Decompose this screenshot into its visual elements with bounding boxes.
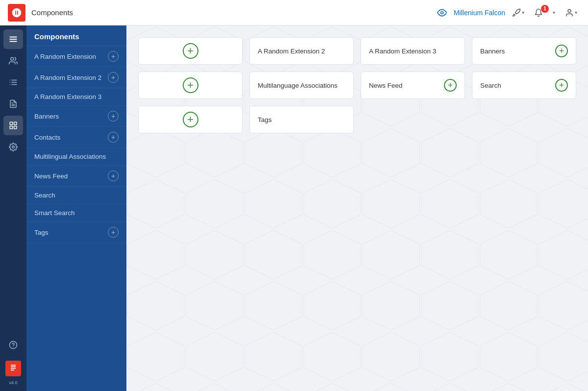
topbar: Components Millenium Falcon ▾ 1 (0, 0, 588, 25)
nav-plus-icon-banners[interactable]: + (108, 111, 119, 122)
card-newsfeed[interactable]: News Feed + (361, 72, 465, 99)
sidebar-item-users[interactable] (3, 51, 23, 71)
notifications-button[interactable]: 1 ▾ (531, 6, 558, 19)
card-multilingual-2[interactable]: Multilanguage Associations (249, 72, 354, 99)
nav-item-banners[interactable]: Banners + (26, 106, 126, 127)
card-label-tags-2: Tags (258, 116, 272, 123)
card-add-icon-search[interactable]: + (555, 79, 568, 92)
user-menu-button[interactable]: ▾ (562, 6, 580, 19)
svg-point-1 (568, 9, 571, 12)
card-random-ext-2[interactable]: A Random Extension 2 (249, 37, 354, 65)
svg-rect-16 (14, 126, 17, 129)
svg-point-18 (12, 146, 15, 148)
sidebar-item-components[interactable] (3, 116, 23, 135)
nav-item-multilingual[interactable]: Multilingual Associations (26, 148, 126, 166)
card-random-ext-1[interactable]: + A Random Extension (138, 37, 243, 65)
nav-sidebar-header: Components (26, 25, 126, 46)
notif-chevron: ▾ (553, 10, 555, 15)
nav-plus-icon-1[interactable]: + (108, 51, 119, 62)
updates-chevron: ▾ (522, 10, 524, 15)
nav-plus-icon-contacts[interactable]: + (108, 132, 119, 143)
nav-item-random-ext-1[interactable]: A Random Extension + (26, 46, 126, 67)
icon-sidebar: v4.0 (0, 25, 26, 391)
svg-point-0 (441, 11, 443, 14)
card-tags-2[interactable]: Tags (249, 106, 354, 133)
user-chevron: ▾ (575, 10, 577, 15)
card-add-icon-tags[interactable]: + (183, 112, 198, 127)
card-add-icon-multilingual[interactable]: + (183, 77, 198, 93)
topbar-right: Millenium Falcon ▾ 1 ▾ ▾ (434, 6, 580, 20)
notification-badge: 1 (541, 5, 549, 13)
nav-sidebar: Components A Random Extension + A Random… (26, 25, 126, 391)
nav-item-random-ext-2[interactable]: A Random Extension 2 + (26, 67, 126, 88)
card-random-ext-3[interactable]: A Random Extension 3 (361, 37, 465, 65)
card-add-icon-banners[interactable]: + (555, 45, 568, 57)
card-tags[interactable]: + Tags (138, 106, 243, 133)
svg-rect-17 (10, 126, 12, 129)
content-area: + A Random Extension A Random Extension … (126, 25, 588, 391)
nav-item-contacts[interactable]: Contacts + (26, 127, 126, 148)
card-label-banners: Banners (480, 48, 505, 55)
svg-rect-15 (14, 122, 17, 124)
card-search[interactable]: Search + (472, 72, 576, 99)
nav-item-random-ext-3[interactable]: A Random Extension 3 (26, 88, 126, 106)
nav-item-search[interactable]: Search (26, 187, 126, 204)
card-label-newsfeed: News Feed (369, 82, 402, 89)
page-title: Components (31, 8, 434, 17)
sidebar-toggle[interactable] (3, 29, 23, 49)
preview-button[interactable] (434, 6, 450, 20)
svg-rect-14 (10, 122, 12, 124)
sidebar-item-content[interactable] (3, 94, 23, 114)
card-label-2: A Random Extension 2 (258, 48, 325, 55)
svg-point-5 (11, 57, 14, 60)
card-label-multilingual-2: Multilanguage Associations (258, 82, 338, 89)
joomla-bottom-logo (5, 361, 21, 376)
card-label-3: A Random Extension 3 (369, 48, 436, 55)
nav-item-smart-search[interactable]: Smart Search (26, 204, 126, 222)
sidebar-item-settings[interactable] (3, 137, 23, 157)
card-add-icon-newsfeed[interactable]: + (444, 79, 457, 92)
username-link[interactable]: Millenium Falcon (454, 9, 505, 17)
cards-grid: + A Random Extension A Random Extension … (138, 37, 576, 133)
card-banners[interactable]: Banners + (472, 37, 576, 65)
sidebar-item-menus[interactable] (3, 73, 23, 92)
card-multilingual[interactable]: + Multilanguage Associations (138, 72, 243, 99)
main-layout: v4.0 Components A Random Extension + A R… (0, 25, 588, 391)
nav-item-tags[interactable]: Tags + (26, 222, 126, 243)
version-label: v4.0 (9, 380, 17, 385)
card-add-icon-1[interactable]: + (183, 43, 198, 59)
sidebar-item-help[interactable] (3, 335, 23, 355)
updates-button[interactable]: ▾ (509, 6, 527, 19)
nav-plus-icon-newsfeed[interactable]: + (108, 171, 119, 181)
nav-item-newsfeed[interactable]: News Feed + (26, 166, 126, 187)
nav-plus-icon-2[interactable]: + (108, 72, 119, 83)
icon-sidebar-bottom: v4.0 (3, 335, 23, 391)
nav-plus-icon-tags[interactable]: + (108, 227, 119, 238)
joomla-logo[interactable] (8, 4, 25, 22)
card-label-search: Search (480, 82, 501, 89)
